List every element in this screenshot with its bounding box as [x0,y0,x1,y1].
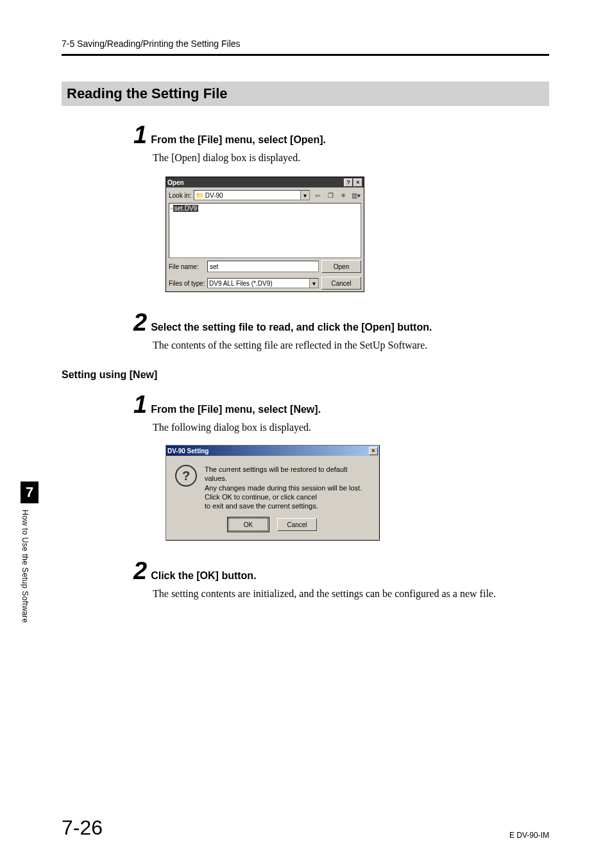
look-in-label: Look in: [169,192,191,199]
step-instruction: Click the [OK] button. [151,570,256,582]
document-code: E DV-90-IM [509,831,549,840]
file-list[interactable]: ▫set.DV9 [169,203,361,258]
close-button[interactable]: × [369,447,378,455]
look-in-value: DV-90 [205,192,223,199]
cancel-button[interactable]: Cancel [277,518,317,531]
close-button[interactable]: × [353,178,362,187]
header-rule [62,54,549,56]
file-type-label: Files of type: [169,280,205,287]
step-a2: 2 Select the setting file to read, and c… [133,310,549,351]
sub-heading: Setting using [New] [62,369,549,381]
up-one-level-icon[interactable]: ❐ [325,190,336,200]
dialog-title: Open [167,179,343,186]
ok-button[interactable]: OK [228,518,268,531]
step-number: 1 [133,392,147,417]
step-body: The following dialog box is displayed. [153,422,549,433]
question-icon: ? [175,465,197,487]
new-folder-icon[interactable]: ✳ [338,190,348,200]
chevron-down-icon[interactable]: ▾ [309,279,318,288]
chapter-number: 7 [21,482,38,503]
dialog-title: DV-90 Setting [167,447,368,455]
titlebar: Open ? × [166,177,364,187]
file-type-value: DV9 ALL Files (*.DV9) [209,280,273,287]
back-icon[interactable]: ⇦ [312,190,323,200]
look-in-combo[interactable]: 📁 DV-90 ▾ [194,190,310,200]
step-b2: 2 Click the [OK] button. The setting con… [133,559,549,600]
step-instruction: From the [File] menu, select [Open]. [151,134,326,146]
page-footer: 7-26 E DV-90-IM [62,816,549,840]
step-instruction: Select the setting file to read, and cli… [151,322,432,333]
open-dialog: Open ? × Look in: 📁 DV-90 ▾ ⇦ ❐ ✳ ▥▾ ▫se… [166,177,364,292]
titlebar: DV-90 Setting × [166,446,379,456]
step-number: 1 [133,123,147,147]
help-button[interactable]: ? [344,178,353,187]
section-title: Reading the Setting File [62,82,549,106]
folder-icon: 📁 [196,192,203,199]
step-body: The [Open] dialog box is displayed. [153,152,549,164]
step-body: The setting contents are initialized, an… [153,588,549,600]
views-icon[interactable]: ▥▾ [351,190,361,200]
step-number: 2 [133,310,147,334]
step-b1: 1 From the [File] menu, select [New]. Th… [133,392,549,541]
confirm-dialog: DV-90 Setting × ? The current settings w… [166,445,380,541]
chevron-down-icon[interactable]: ▾ [300,191,309,200]
file-item-selected[interactable]: set.DV9 [173,205,199,212]
open-button[interactable]: Open [321,260,361,273]
file-name-input[interactable]: set [207,261,319,272]
file-type-combo[interactable]: DV9 ALL Files (*.DV9) ▾ [207,278,319,288]
step-number: 2 [133,559,147,583]
file-name-label: File name: [169,263,205,270]
dialog-message: The current settings will be restored to… [205,465,370,510]
step-instruction: From the [File] menu, select [New]. [151,404,321,415]
chapter-tab: 7 How to Use the Setup Software [21,482,38,632]
chapter-title: How to Use the Setup Software [21,503,30,632]
page-number: 7-26 [62,816,103,840]
step-body: The contents of the setting file are ref… [153,340,549,351]
step-a1: 1 From the [File] menu, select [Open]. T… [133,123,549,292]
cancel-button[interactable]: Cancel [321,277,361,290]
running-head: 7-5 Saving/Reading/Printing the Setting … [62,39,549,49]
